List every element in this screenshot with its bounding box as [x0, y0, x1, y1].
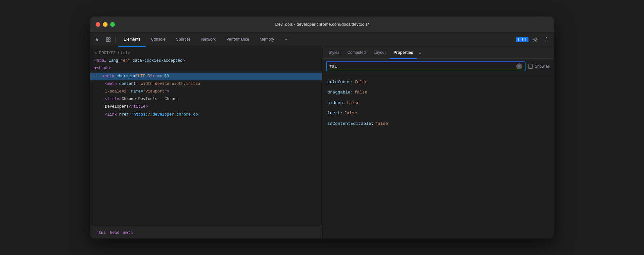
tab-network[interactable]: Network [196, 32, 221, 47]
search-input-wrapper: ✕ [326, 61, 526, 71]
breadcrumb-meta[interactable]: meta [121, 230, 135, 236]
tab-elements[interactable]: Elements [118, 32, 146, 47]
search-bar: ✕ Show all [322, 59, 554, 74]
breadcrumb: html head meta [90, 227, 322, 238]
dom-head-line[interactable]: ▼<head> [90, 65, 322, 72]
equals: == [157, 74, 164, 79]
property-draggable[interactable]: draggable: false [327, 87, 548, 97]
devtools-window: DevTools - developer.chrome.com/docs/dev… [90, 17, 554, 238]
html-lang-value: "en" [120, 58, 130, 63]
svg-rect-0 [106, 38, 108, 39]
search-clear-button[interactable]: ✕ [516, 63, 522, 69]
property-inert[interactable]: inert: false [327, 108, 548, 118]
charset-attr: charset= [116, 74, 136, 79]
panel-tabs: Styles Computed Layout Properties » [322, 47, 554, 59]
maximize-button[interactable] [110, 22, 115, 27]
traffic-lights [96, 22, 115, 27]
dollar-zero: $0 [164, 74, 169, 79]
panel-tab-layout[interactable]: Layout [370, 47, 390, 59]
property-hidden[interactable]: hidden: false [327, 98, 548, 108]
dom-doctype-line[interactable]: <!DOCTYPE html> [90, 50, 322, 57]
tab-performance[interactable]: Performance [221, 32, 254, 47]
svg-rect-1 [109, 38, 110, 39]
properties-search-input[interactable] [329, 64, 515, 69]
toolbar-right: 1 ⋮ [516, 35, 551, 44]
href-attr: href= [119, 112, 131, 117]
dom-meta-charset-line[interactable]: ··· <meta charset="UTF-8"> == $0 [90, 73, 322, 80]
show-all-label[interactable]: Show all [528, 64, 550, 69]
breadcrumb-head[interactable]: head [108, 230, 121, 236]
title-open: <title> [105, 97, 121, 101]
meta2-close: > [167, 89, 169, 94]
meta2-open: <meta [105, 82, 117, 86]
title-text: Chrome DevTools – Chrome [121, 97, 179, 101]
svg-rect-3 [109, 40, 110, 42]
content-value: "width=device-width,initia [138, 82, 200, 86]
dom-link-line[interactable]: <link href="https://developer.chrome.co [90, 111, 322, 119]
more-options-icon[interactable]: ⋮ [542, 35, 551, 44]
property-autofocus[interactable]: autofocus: false [327, 77, 548, 87]
notification-badge[interactable]: 1 [516, 37, 529, 42]
html-open-tag: <html [94, 58, 106, 63]
cursor-icon[interactable] [93, 35, 102, 44]
dom-meta-viewport-line2[interactable]: l-scale=1" name="viewport"> [90, 88, 322, 95]
panel-tab-computed[interactable]: Computed [344, 47, 370, 59]
elements-panel: <!DOCTYPE html> <html lang="en" data-coo… [90, 47, 322, 238]
head-tag-text: ▼<head> [94, 66, 111, 71]
inspect-icon[interactable] [104, 35, 113, 44]
svg-rect-2 [106, 40, 108, 42]
charset-value: "UTF-8" [136, 74, 152, 79]
content-attr: content= [119, 82, 138, 86]
html-data-attr: data-cookies-accepted [132, 58, 182, 63]
tab-sources[interactable]: Sources [171, 32, 196, 47]
content-value2: l-scale=1" [105, 89, 129, 94]
title-close: </title> [129, 104, 148, 109]
tab-more[interactable]: » [279, 32, 292, 47]
dom-html-line[interactable]: <html lang="en" data-cookies-accepted> [90, 57, 322, 65]
svg-rect-4 [519, 38, 523, 41]
meta-open: <meta [102, 74, 114, 79]
expand-dots[interactable]: ··· [92, 73, 99, 79]
name-attr: name= [131, 89, 143, 94]
close-button[interactable] [96, 22, 100, 27]
properties-panel: Styles Computed Layout Properties » [322, 47, 554, 238]
html-lang-attr: lang= [109, 58, 120, 63]
titlebar: DevTools - developer.chrome.com/docs/dev… [90, 17, 554, 32]
breadcrumb-html[interactable]: html [94, 230, 108, 236]
svg-point-5 [534, 39, 536, 40]
meta-close: > [152, 74, 155, 79]
panel-tab-properties[interactable]: Properties [390, 47, 417, 59]
minimize-button[interactable] [103, 22, 108, 27]
show-all-checkbox[interactable] [528, 64, 533, 69]
doctype-text: <!DOCTYPE html> [94, 51, 130, 55]
title-text2: Developers [105, 104, 129, 109]
properties-list: autofocus: false draggable: false hidden… [322, 74, 554, 238]
property-iscontenteditable[interactable]: isContentEditable: false [327, 119, 548, 129]
toolbar-separator [115, 36, 116, 43]
window-title: DevTools - developer.chrome.com/docs/dev… [275, 22, 369, 27]
tab-memory[interactable]: Memory [254, 32, 279, 47]
elements-content[interactable]: <!DOCTYPE html> <html lang="en" data-coo… [90, 47, 322, 227]
html-close-bracket: > [182, 58, 185, 63]
panel-tab-more[interactable]: » [418, 50, 421, 55]
dom-title-line2[interactable]: Developers</title> [90, 103, 322, 111]
name-value: "viewport" [143, 89, 167, 94]
tab-navigation: Elements Console Sources Network Perform… [118, 32, 292, 47]
main-content: <!DOCTYPE html> <html lang="en" data-coo… [90, 47, 554, 238]
dom-title-line[interactable]: <title>Chrome DevTools – Chrome [90, 95, 322, 103]
panel-tab-styles[interactable]: Styles [325, 47, 344, 59]
settings-icon[interactable] [530, 35, 540, 44]
dom-meta-viewport-line[interactable]: <meta content="width=device-width,initia [90, 80, 322, 88]
href-link[interactable]: https://developer.chrome.co [133, 112, 198, 117]
tab-console[interactable]: Console [146, 32, 171, 47]
toolbar: Elements Console Sources Network Perform… [90, 32, 554, 47]
link-open: <link [105, 112, 117, 117]
